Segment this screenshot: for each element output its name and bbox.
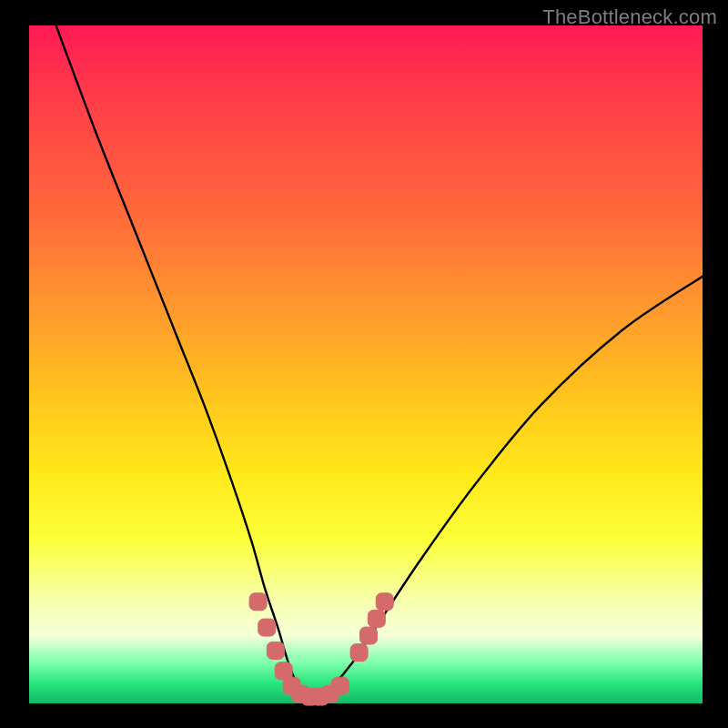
plot-area [29,25,703,703]
watermark-text: TheBottleneck.com [542,5,717,29]
chart-stage: TheBottleneck.com [0,0,728,728]
